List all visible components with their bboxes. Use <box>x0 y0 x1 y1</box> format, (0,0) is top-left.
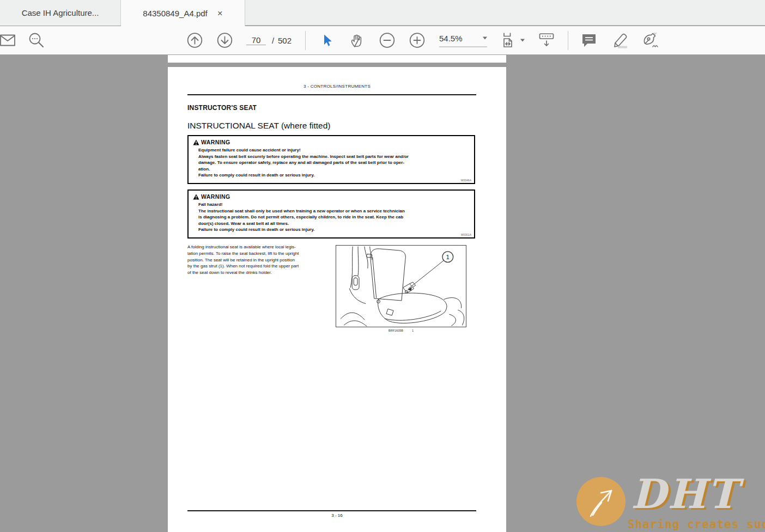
page-number-input[interactable] <box>246 35 266 45</box>
warning-label: WARNING <box>201 193 230 200</box>
continuous-scroll-icon[interactable] <box>538 33 555 48</box>
hand-tool-icon[interactable] <box>350 33 365 48</box>
dht-watermark-text: DHT <box>631 470 739 517</box>
body-paragraph: A folding instructional seat is availabl… <box>187 244 333 276</box>
dht-logo-circle <box>576 477 626 526</box>
warning-code: W0046A <box>461 179 471 182</box>
chevron-down-icon <box>483 37 487 40</box>
zoom-in-icon[interactable] <box>409 33 425 48</box>
warning-header: WARNING <box>193 139 470 145</box>
tab-label: 84350849_A4.pdf <box>143 9 207 18</box>
email-icon[interactable] <box>0 34 15 46</box>
figure-code: BRF1605B <box>388 329 403 332</box>
tab-label: Case IH Agriculture... <box>22 8 99 17</box>
toolbar-divider <box>305 31 306 50</box>
comment-icon[interactable] <box>581 33 597 48</box>
select-tool-icon[interactable] <box>321 34 334 47</box>
warning-text: Fall hazard! The instructional seat shal… <box>198 201 470 233</box>
toolbar-divider <box>568 31 568 50</box>
warning-box: WARNING Equipment failure could cause ac… <box>187 135 475 184</box>
page-number-field[interactable] <box>246 35 266 45</box>
signature-icon[interactable] <box>641 32 660 49</box>
zoom-level-value: 54.5% <box>439 34 463 43</box>
page-down-icon[interactable] <box>217 33 233 48</box>
close-tab-icon[interactable]: × <box>217 9 223 18</box>
dht-watermark-tagline: Sharing creates success <box>628 518 765 531</box>
page-up-icon[interactable] <box>187 33 203 48</box>
previous-page-edge <box>168 55 506 63</box>
pdf-page: 3 - CONTROLS/INSTRUMENTS INSTRUCTOR'S SE… <box>168 67 506 532</box>
figure-callout: 1 <box>446 254 450 260</box>
figure-number: 1 <box>412 329 414 332</box>
page-separator: / <box>272 36 274 45</box>
page-count-label: 502 <box>278 36 292 45</box>
footer-rule <box>187 510 476 511</box>
subsection-title: INSTRUCTIONAL SEAT (where fitted) <box>187 121 330 131</box>
fit-width-icon[interactable] <box>501 32 518 48</box>
warning-triangle-icon <box>193 139 199 145</box>
search-icon[interactable] <box>28 32 45 48</box>
highlight-icon[interactable] <box>611 32 629 49</box>
figure-caption: BRF1605B1 <box>336 329 466 332</box>
fit-options-chevron-icon[interactable] <box>520 39 525 42</box>
browser-tab-bar: Case IH Agriculture... 84350849_A4.pdf × <box>0 0 765 26</box>
header-rule <box>187 94 476 95</box>
page-footer: 3 - 16 <box>168 513 506 518</box>
warning-header: WARNING <box>193 193 470 200</box>
tab-pdf-document[interactable]: 84350849_A4.pdf × <box>121 0 245 26</box>
section-title: INSTRUCTOR'S SEAT <box>187 104 257 112</box>
warning-code: W0301A <box>461 233 471 236</box>
seat-illustration: 1 <box>336 245 466 327</box>
pdf-toolbar: / 502 54.5% <box>0 26 765 55</box>
pdf-content-area[interactable]: 3 - CONTROLS/INSTRUMENTS INSTRUCTOR'S SE… <box>0 55 765 532</box>
zoom-out-icon[interactable] <box>379 33 395 48</box>
tab-case-ih-agriculture[interactable]: Case IH Agriculture... <box>0 0 121 26</box>
running-header: 3 - CONTROLS/INSTRUMENTS <box>168 84 506 89</box>
warning-text: Equipment failure could cause accident o… <box>198 147 470 179</box>
warning-label: WARNING <box>201 139 230 145</box>
zoom-level-dropdown[interactable]: 54.5% <box>439 34 487 47</box>
warning-box: WARNING Fall hazard! The instructional s… <box>187 189 475 239</box>
warning-triangle-icon <box>193 194 199 200</box>
